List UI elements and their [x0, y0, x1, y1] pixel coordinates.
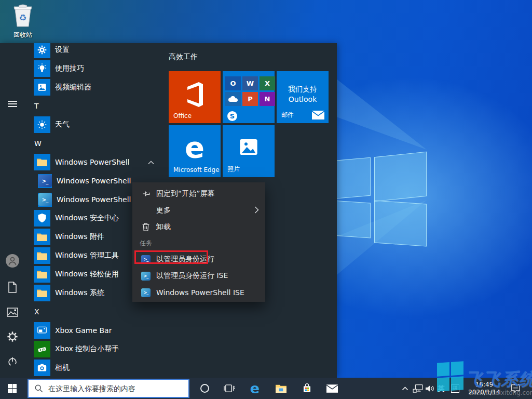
- recycle-bin[interactable]: ♻ 回收站: [7, 4, 38, 39]
- section-header[interactable]: X: [25, 302, 162, 321]
- office-mini-icons: O W X P N: [225, 76, 275, 106]
- task-view-button[interactable]: [219, 378, 239, 399]
- taskbar-search[interactable]: [28, 379, 189, 398]
- chevron-up-icon: [148, 158, 154, 166]
- app-list-item[interactable]: Xbox 控制台小帮手: [25, 340, 162, 358]
- app-list-item[interactable]: 设置: [25, 43, 162, 59]
- app-group-powershell[interactable]: Windows PowerShell: [25, 153, 162, 171]
- menu-item-powershell-ise[interactable]: >_ Windows PowerShell ISE: [132, 284, 265, 301]
- menu-item-uninstall[interactable]: 卸载: [132, 219, 265, 235]
- app-label: Windows PowerShell ISE: [57, 195, 145, 204]
- tile-mail[interactable]: 我们支持 Outlook 邮件: [277, 71, 329, 123]
- onedrive-cloud-icon: [225, 92, 241, 106]
- settings-gear-icon[interactable]: [0, 326, 25, 347]
- app-label: Xbox 控制台小帮手: [55, 344, 119, 354]
- clock-date: 2020/1/14: [467, 389, 501, 396]
- edge-taskbar-button[interactable]: e: [244, 378, 265, 399]
- menu-item-label: 更多: [156, 206, 171, 215]
- powershell-ise-icon: >_: [141, 288, 151, 297]
- photos-icon: [238, 137, 259, 157]
- tile-label: Office: [173, 112, 192, 119]
- svg-text:♻: ♻: [19, 12, 26, 23]
- user-avatar[interactable]: [0, 250, 25, 271]
- tips-lightbulb-icon: [34, 60, 50, 77]
- folder-icon: [34, 154, 50, 170]
- menu-item-label: 以管理员身份运行: [156, 255, 214, 264]
- tray-chevron-up[interactable]: [398, 378, 412, 399]
- tile-office[interactable]: Office: [169, 71, 221, 123]
- search-input[interactable]: [48, 384, 188, 393]
- documents-icon[interactable]: [0, 277, 25, 298]
- menu-item-label: 卸载: [156, 222, 171, 232]
- power-icon[interactable]: [0, 351, 25, 372]
- action-center-button[interactable]: [507, 378, 524, 399]
- app-list-item[interactable]: 使用技巧: [25, 59, 162, 78]
- tile-edge[interactable]: e Microsoft Edge: [169, 125, 221, 177]
- powershell-ise-icon: >_: [141, 272, 151, 281]
- menu-item-run-as-admin-ise[interactable]: >_ 以管理员身份运行 ISE: [132, 268, 265, 284]
- menu-item-pin-to-start[interactable]: 固定到“开始”屏幕: [132, 185, 265, 202]
- pictures-icon[interactable]: [0, 302, 25, 323]
- camera-icon: [34, 360, 50, 376]
- chevron-right-icon: [254, 206, 259, 215]
- section-header[interactable]: W: [25, 134, 162, 153]
- security-shield-icon: [34, 210, 50, 227]
- menu-item-more[interactable]: 更多: [132, 202, 265, 219]
- settings-tile-icon: [34, 43, 50, 58]
- app-label: Xbox Game Bar: [55, 326, 112, 335]
- app-list-item[interactable]: Xbox Game Bar: [25, 321, 162, 340]
- tray-ime-mode[interactable]: 拼: [448, 378, 462, 399]
- app-list-item[interactable]: 视频编辑器: [25, 78, 162, 97]
- start-menu-rail: [0, 43, 25, 378]
- tray-ime-language[interactable]: 英: [435, 378, 447, 399]
- video-editor-icon: [34, 79, 50, 96]
- wallpaper-logo-pane: [332, 157, 371, 199]
- wallpaper-logo-pane: [374, 200, 427, 246]
- app-label: 相机: [55, 363, 70, 373]
- clock-time: 16:49: [467, 381, 501, 389]
- app-label: 设置: [55, 45, 70, 55]
- ime-language-label: 英: [438, 384, 445, 393]
- app-list-item[interactable]: 天气: [25, 115, 162, 134]
- file-explorer-button[interactable]: [270, 378, 291, 399]
- store-button[interactable]: [296, 378, 317, 399]
- wallpaper-logo-pane: [374, 152, 427, 202]
- menu-item-label: 固定到“开始”屏幕: [156, 189, 215, 198]
- powershell-icon: >_: [38, 174, 52, 188]
- mail-button[interactable]: [322, 378, 343, 399]
- tile-photos[interactable]: 照片: [223, 125, 275, 177]
- weather-sun-icon: [34, 116, 50, 133]
- skype-icon: S: [227, 111, 237, 121]
- powershell-icon: >_: [141, 255, 151, 264]
- menu-section-tasks: 任务: [132, 235, 265, 251]
- word-icon: W: [242, 76, 258, 90]
- app-label: 使用技巧: [55, 64, 84, 73]
- app-label: Windows 轻松使用: [55, 270, 119, 279]
- pin-icon: [141, 189, 151, 198]
- cortana-button[interactable]: [194, 378, 215, 399]
- office-logo-icon: [182, 79, 207, 110]
- ime-mode-icon: 拼: [451, 384, 459, 393]
- taskbar: e 英 拼 16:49 2020/1/14: [0, 378, 532, 399]
- cortana-icon: [200, 384, 209, 393]
- edge-icon: e: [250, 381, 260, 395]
- excel-icon: X: [260, 76, 275, 90]
- speaker-icon: [425, 384, 435, 393]
- action-center-icon: [511, 384, 521, 393]
- app-list-item[interactable]: 相机: [25, 358, 162, 377]
- trash-icon: [141, 222, 151, 232]
- network-icon: [413, 384, 424, 393]
- menu-item-run-as-admin[interactable]: >_ 以管理员身份运行: [132, 251, 265, 268]
- tray-clock[interactable]: 16:49 2020/1/14: [467, 378, 501, 399]
- context-menu: 固定到“开始”屏幕 更多 卸载 任务 >_ 以管理员身份运行 >_ 以管理员身份…: [132, 182, 265, 302]
- app-label: 天气: [55, 120, 70, 129]
- section-header[interactable]: T: [25, 97, 162, 115]
- app-label: Windows 系统: [55, 288, 104, 298]
- start-button[interactable]: [0, 378, 24, 399]
- recycle-bin-label: 回收站: [7, 31, 38, 39]
- tile-office-apps[interactable]: O W X P N S: [223, 71, 275, 123]
- hamburger-icon[interactable]: [0, 94, 25, 114]
- chevron-up-icon: [402, 386, 408, 391]
- mail-promo-text: 我们支持 Outlook: [277, 84, 329, 104]
- app-label: 视频编辑器: [55, 83, 91, 92]
